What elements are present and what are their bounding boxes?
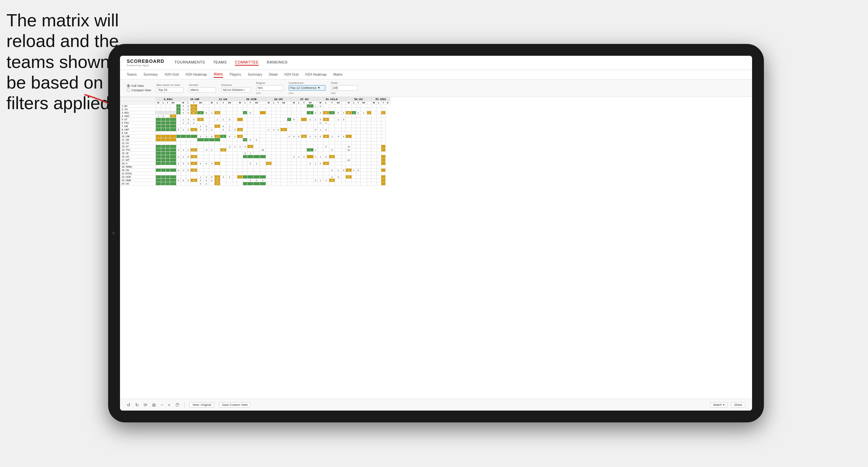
matrix-cell <box>161 182 165 186</box>
matrix-cell <box>209 182 214 186</box>
subnav-summary[interactable]: Summary <box>143 72 158 77</box>
conference-select[interactable]: Pac-12 Conference ▼ (All) <box>289 85 326 91</box>
matrix-cell <box>209 118 214 121</box>
division-select[interactable]: NCAA Division I NCAA Division II <box>221 87 251 93</box>
subnav-summary2[interactable]: Summary <box>248 72 262 77</box>
matrix-cell <box>233 108 237 111</box>
subnav-matrix2[interactable]: Matrix <box>333 72 342 77</box>
matrix-cell: 1 <box>341 111 345 115</box>
matrix-cell: 2 <box>307 148 313 152</box>
redo-button[interactable]: ↻ <box>135 402 139 408</box>
subnav-detail[interactable]: Detail <box>269 72 278 77</box>
row-header-cell: 2. VU <box>120 108 156 111</box>
zoom-fit-button[interactable]: ⊞ <box>152 402 156 408</box>
matrix-cell <box>335 155 341 158</box>
full-view-radio[interactable]: Full View <box>127 84 151 88</box>
matrix-cell <box>237 165 243 169</box>
matrix-cell <box>237 148 243 152</box>
matrix-cell <box>170 162 176 165</box>
matrix-cell <box>281 175 287 179</box>
zoom-out-button[interactable]: − <box>161 402 163 408</box>
matrix-cell <box>352 145 356 148</box>
matrix-cell <box>297 121 301 125</box>
team-select[interactable]: (All) <box>331 85 358 91</box>
matrix-cell <box>233 182 237 186</box>
nav-committee[interactable]: COMMITTEE <box>235 60 259 66</box>
subnav-players[interactable]: Players <box>230 72 241 77</box>
subnav-h2h-grid2[interactable]: H2H Grid <box>284 72 298 77</box>
matrix-cell <box>352 182 356 186</box>
matrix-cell: 0 <box>186 155 190 158</box>
matrix-cell <box>313 142 317 145</box>
watch-button[interactable]: Watch ▾ <box>710 402 728 408</box>
matrix-cell <box>360 165 367 169</box>
matrix-cell <box>260 135 266 138</box>
share-button[interactable]: Share <box>731 402 745 408</box>
matrix-cell <box>214 142 220 145</box>
matrix-cell <box>243 175 247 179</box>
matrix-cell <box>260 128 266 131</box>
max-teams-select[interactable]: Top 25 Top 50 <box>156 87 184 93</box>
team-sub: (All) <box>331 92 358 95</box>
matrix-cell <box>352 162 356 165</box>
matrix-cell <box>352 158 356 162</box>
matrix-cell <box>323 104 329 108</box>
matrix-cell: 22 <box>190 148 197 152</box>
matrix-cell <box>360 148 367 152</box>
matrix-cell <box>197 108 204 111</box>
subnav-matrix[interactable]: Matrix <box>214 71 223 78</box>
matrix-cell <box>360 108 367 111</box>
matrix-cell <box>237 121 243 125</box>
row-header-cell: 11. UA <box>120 138 156 142</box>
nav-rankings[interactable]: RANKINGS <box>267 60 287 66</box>
save-custom-button[interactable]: Save Custom View <box>219 402 251 408</box>
view-original-button[interactable]: View: Original <box>189 402 214 408</box>
matrix-cell <box>371 111 377 115</box>
matrix-container[interactable]: 3. ASU 10. UW 11. UA 22. UCB 24. UO 27. … <box>120 97 752 403</box>
matrix-cell <box>346 121 352 125</box>
undo-button[interactable]: ↺ <box>127 402 130 408</box>
matrix-cell <box>367 169 371 172</box>
matrix-cell <box>260 108 266 111</box>
matrix-cell: 12 <box>190 108 197 111</box>
settings-button[interactable]: ⏱ <box>175 402 179 408</box>
matrix-cell <box>155 142 161 145</box>
region-select[interactable]: N/A <box>256 85 283 91</box>
uo-w: W <box>266 101 271 104</box>
max-teams-filter: Max teams in view Top 25 Top 50 <box>156 83 184 93</box>
matrix-cell <box>371 172 377 175</box>
refresh-button[interactable]: ⟳ <box>144 402 147 408</box>
matrix-cell <box>260 175 266 179</box>
matrix-cell <box>352 165 356 169</box>
matrix-cell <box>161 104 165 108</box>
matrix-cell <box>307 169 313 172</box>
subnav-h2h-grid[interactable]: H2H Grid <box>165 72 179 77</box>
matrix-cell <box>367 155 371 158</box>
nav-teams[interactable]: TEAMS <box>213 60 226 66</box>
subnav-h2h-heatmap2[interactable]: H2H Heatmap <box>305 72 327 77</box>
matrix-cell <box>367 175 371 179</box>
matrix-cell: 0 <box>307 162 313 165</box>
matrix-cell <box>209 172 214 175</box>
subnav-teams[interactable]: Teams <box>127 72 137 77</box>
matrix-cell <box>371 138 377 142</box>
matrix-cell <box>367 182 371 186</box>
matrix-cell <box>291 182 297 186</box>
nav-tournaments[interactable]: TOURNAMENTS <box>174 60 205 66</box>
matrix-cell <box>381 115 385 118</box>
matrix-cell <box>367 165 371 169</box>
matrix-cell: 20 <box>214 111 220 115</box>
matrix-cell: 1 <box>180 148 186 152</box>
matrix-cell <box>260 111 266 115</box>
matrix-cell <box>276 158 281 162</box>
matrix-cell <box>243 179 247 182</box>
matrix-cell <box>276 121 281 125</box>
gender-select[interactable]: Men's Women's <box>189 87 216 93</box>
matrix-cell <box>176 138 180 142</box>
compact-view-radio[interactable]: Compact View <box>127 89 151 92</box>
matrix-cell <box>356 128 360 131</box>
matrix-cell <box>204 131 209 135</box>
matrix-cell <box>226 165 233 169</box>
zoom-in-button[interactable]: + <box>168 402 171 408</box>
subnav-h2h-heatmap[interactable]: H2H Heatmap <box>186 72 207 77</box>
